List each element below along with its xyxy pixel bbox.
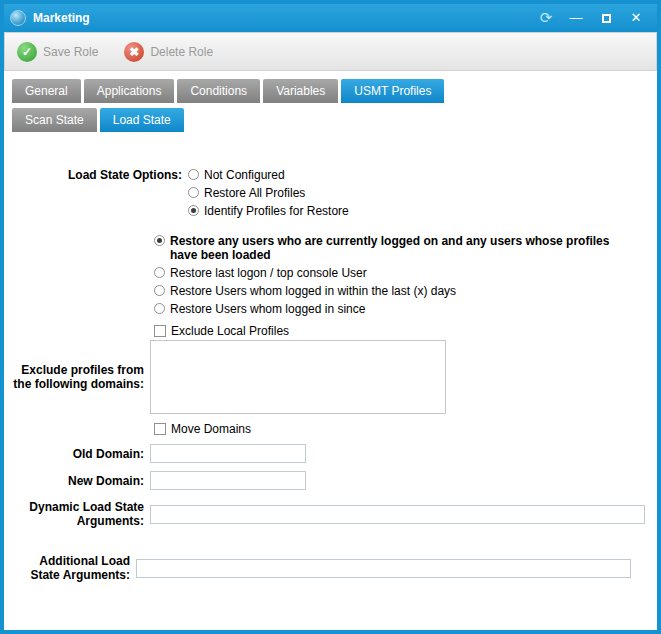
- radio-label: Restore All Profiles: [204, 186, 305, 200]
- old-domain-label: Old Domain:: [12, 447, 150, 461]
- radio-restore-since[interactable]: Restore Users whom logged in since: [154, 302, 649, 316]
- radio-restore-last-x-days[interactable]: Restore Users whom logged in within the …: [154, 284, 649, 298]
- radio-icon: [154, 267, 165, 278]
- save-role-label: Save Role: [43, 45, 98, 59]
- toolbar: ✓ Save Role ✖ Delete Role: [4, 32, 657, 71]
- radio-restore-logged-on-users[interactable]: Restore any users who are currently logg…: [154, 234, 649, 262]
- title-bar: Marketing ⟳ — ✕: [4, 4, 657, 32]
- checkbox-move-domains[interactable]: Move Domains: [154, 422, 649, 436]
- checkbox-label: Exclude Local Profiles: [171, 324, 289, 338]
- exclude-domains-label: Exclude profiles from the following doma…: [12, 363, 150, 391]
- radio-label: Restore any users who are currently logg…: [170, 234, 640, 262]
- radio-identify-profiles[interactable]: Identify Profiles for Restore: [188, 204, 349, 218]
- minimize-button[interactable]: —: [561, 4, 591, 32]
- dynamic-args-label: Dynamic Load State Arguments:: [12, 500, 150, 528]
- old-domain-input[interactable]: [150, 444, 306, 463]
- exclude-domains-row: Exclude profiles from the following doma…: [12, 340, 649, 414]
- sub-tab-strip: Scan State Load State: [4, 103, 657, 132]
- save-role-button[interactable]: ✓ Save Role: [17, 42, 98, 62]
- radio-label: Not Configured: [204, 168, 285, 182]
- exclude-domains-textarea[interactable]: [150, 340, 446, 414]
- new-domain-row: New Domain:: [12, 471, 649, 490]
- close-button[interactable]: ✕: [621, 4, 651, 32]
- checkbox-icon: [154, 325, 166, 337]
- tab-applications[interactable]: Applications: [84, 79, 175, 103]
- role-editor-window: Marketing ⟳ — ✕ ✓ Save Role ✖ Delete Rol…: [0, 0, 661, 634]
- delete-x-icon: ✖: [124, 42, 144, 62]
- radio-not-configured[interactable]: Not Configured: [188, 168, 349, 182]
- tab-general[interactable]: General: [12, 79, 81, 103]
- tab-load-state[interactable]: Load State: [100, 108, 184, 132]
- dynamic-args-input[interactable]: [150, 505, 645, 524]
- maximize-icon: [602, 14, 611, 23]
- main-tab-strip: General Applications Conditions Variable…: [4, 71, 657, 103]
- checkbox-icon: [154, 423, 166, 435]
- delete-role-label: Delete Role: [150, 45, 213, 59]
- radio-icon: [188, 205, 199, 216]
- load-state-options-label: Load State Options:: [12, 166, 188, 182]
- checkbox-label: Move Domains: [171, 422, 251, 436]
- delete-role-button[interactable]: ✖ Delete Role: [124, 42, 213, 62]
- load-state-panel: Load State Options: Not Configured Resto…: [4, 132, 657, 630]
- radio-icon: [154, 285, 165, 296]
- new-domain-label: New Domain:: [12, 474, 150, 488]
- mode-options-group: Not Configured Restore All Profiles Iden…: [188, 166, 349, 220]
- additional-args-row: Additional Load State Arguments:: [12, 554, 649, 582]
- radio-restore-last-logon[interactable]: Restore last logon / top console User: [154, 266, 649, 280]
- radio-label: Restore Users whom logged in since: [170, 302, 365, 316]
- new-domain-input[interactable]: [150, 471, 306, 490]
- load-state-options-row: Load State Options: Not Configured Resto…: [12, 166, 649, 220]
- radio-label: Restore Users whom logged in within the …: [170, 284, 456, 298]
- radio-label: Restore last logon / top console User: [170, 266, 367, 280]
- refresh-icon[interactable]: ⟳: [531, 4, 561, 32]
- radio-icon: [154, 303, 165, 314]
- additional-args-label: Additional Load State Arguments:: [12, 554, 136, 582]
- old-domain-row: Old Domain:: [12, 444, 649, 463]
- tab-scan-state[interactable]: Scan State: [12, 108, 97, 132]
- radio-icon: [188, 169, 199, 180]
- tab-variables[interactable]: Variables: [263, 79, 338, 103]
- save-check-icon: ✓: [17, 42, 37, 62]
- window-title: Marketing: [33, 11, 531, 25]
- radio-icon: [188, 187, 199, 198]
- dynamic-args-row: Dynamic Load State Arguments:: [12, 500, 649, 528]
- restore-options-group: Restore any users who are currently logg…: [154, 232, 649, 318]
- checkbox-exclude-local-profiles[interactable]: Exclude Local Profiles: [154, 324, 649, 338]
- radio-restore-all-profiles[interactable]: Restore All Profiles: [188, 186, 349, 200]
- app-icon: [10, 10, 26, 26]
- tab-usmt-profiles[interactable]: USMT Profiles: [341, 79, 444, 103]
- additional-args-input[interactable]: [136, 559, 631, 578]
- radio-icon: [154, 235, 165, 246]
- tab-conditions[interactable]: Conditions: [177, 79, 260, 103]
- maximize-button[interactable]: [591, 4, 621, 32]
- radio-label: Identify Profiles for Restore: [204, 204, 349, 218]
